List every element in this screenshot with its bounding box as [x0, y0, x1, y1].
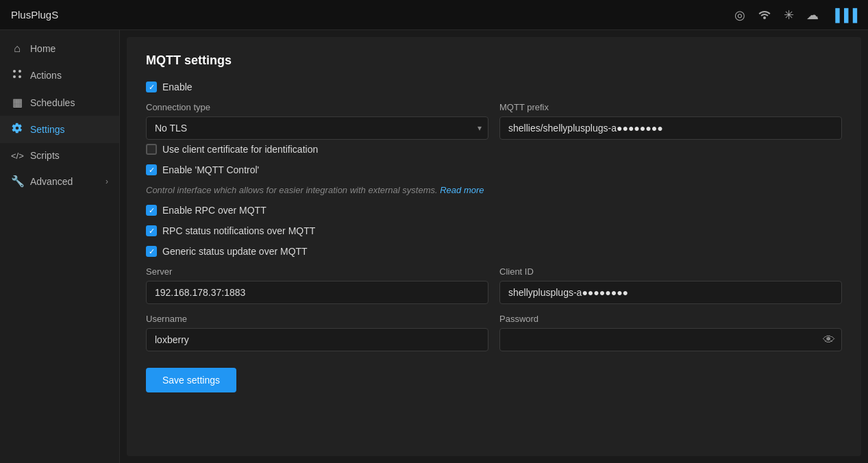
- mqtt-settings-panel: MQTT settings Enable Connection type No …: [127, 37, 861, 456]
- svg-point-2: [13, 75, 16, 78]
- settings-icon: [11, 123, 23, 136]
- mqtt-prefix-input[interactable]: [499, 116, 842, 140]
- enable-checkbox-wrapper[interactable]: Enable: [146, 82, 193, 92]
- mqtt-prefix-group: MQTT prefix: [499, 102, 842, 140]
- connection-type-select-wrapper: No TLS TLS TLS with client certificate ▾: [146, 116, 488, 140]
- actions-icon: [11, 68, 23, 82]
- advanced-icon: 🔧: [11, 175, 23, 188]
- username-group: Username: [146, 314, 488, 351]
- enable-rpc-row: Enable RPC over MQTT: [146, 205, 842, 216]
- sidebar-item-actions[interactable]: Actions: [0, 62, 119, 89]
- enable-label: Enable: [162, 82, 193, 92]
- content-area: MQTT settings Enable Connection type No …: [120, 30, 868, 463]
- username-label: Username: [146, 314, 488, 324]
- server-clientid-row: Server Client ID: [146, 266, 842, 304]
- enable-mqtt-control-label: Enable 'MQTT Control': [162, 164, 259, 175]
- show-password-icon[interactable]: 👁: [823, 333, 835, 347]
- rpc-status-label: RPC status notifications over MQTT: [162, 225, 315, 236]
- svg-point-1: [18, 70, 21, 73]
- enable-rpc-label: Enable RPC over MQTT: [162, 205, 266, 216]
- enable-checkbox[interactable]: [146, 82, 157, 92]
- sidebar-item-advanced[interactable]: 🔧 Advanced ›: [0, 168, 119, 195]
- server-label: Server: [146, 266, 488, 277]
- password-wrapper: 👁: [499, 328, 842, 351]
- cloud-icon: ☁: [806, 9, 819, 21]
- rpc-status-wrapper[interactable]: RPC status notifications over MQTT: [146, 225, 315, 236]
- enable-rpc-checkbox[interactable]: [146, 205, 157, 216]
- password-input[interactable]: [499, 328, 842, 351]
- username-password-row: Username Password 👁: [146, 314, 842, 351]
- schedules-icon: ▦: [11, 96, 23, 109]
- enable-mqtt-control-wrapper[interactable]: Enable 'MQTT Control': [146, 164, 259, 175]
- connection-type-label: Connection type: [146, 102, 488, 112]
- enable-rpc-wrapper[interactable]: Enable RPC over MQTT: [146, 205, 266, 216]
- generic-status-label: Generic status update over MQTT: [162, 246, 308, 257]
- connection-type-group: Connection type No TLS TLS TLS with clie…: [146, 102, 488, 140]
- bluetooth-icon: ✳: [784, 9, 794, 21]
- save-settings-button[interactable]: Save settings: [146, 368, 236, 392]
- password-group: Password 👁: [499, 314, 842, 351]
- app-title: PlusPlugS: [11, 9, 58, 21]
- sidebar-item-schedules[interactable]: ▦ Schedules: [0, 89, 119, 116]
- generic-status-row: Generic status update over MQTT: [146, 246, 842, 257]
- connection-prefix-row: Connection type No TLS TLS TLS with clie…: [146, 102, 842, 140]
- use-client-cert-label: Use client certificate for identificatio…: [162, 144, 318, 155]
- password-label: Password: [499, 314, 842, 324]
- radio-icon: ◎: [734, 9, 745, 21]
- client-id-group: Client ID: [499, 266, 842, 304]
- client-id-input[interactable]: [499, 281, 842, 304]
- wifi-icon: [758, 8, 771, 21]
- chevron-right-icon: ›: [106, 177, 108, 186]
- generic-status-wrapper[interactable]: Generic status update over MQTT: [146, 246, 308, 257]
- topbar: PlusPlugS ◎ ✳ ☁ ▐▐▐: [0, 0, 868, 30]
- main-layout: ⌂ Home Actions ▦ Schedules Settings </: [0, 30, 868, 463]
- rpc-status-checkbox[interactable]: [146, 225, 157, 236]
- use-client-cert-row: Use client certificate for identificatio…: [146, 144, 842, 155]
- generic-status-checkbox[interactable]: [146, 246, 157, 257]
- use-client-cert-wrapper[interactable]: Use client certificate for identificatio…: [146, 144, 318, 155]
- rpc-status-row: RPC status notifications over MQTT: [146, 225, 842, 236]
- connection-type-select[interactable]: No TLS TLS TLS with client certificate: [146, 116, 488, 140]
- enable-mqtt-control-checkbox[interactable]: [146, 164, 157, 175]
- home-icon: ⌂: [11, 42, 23, 55]
- client-id-label: Client ID: [499, 266, 842, 277]
- use-client-cert-checkbox[interactable]: [146, 144, 157, 155]
- sidebar-item-scripts[interactable]: </> Scripts: [0, 143, 119, 168]
- server-group: Server: [146, 266, 488, 304]
- sidebar: ⌂ Home Actions ▦ Schedules Settings </: [0, 30, 120, 463]
- status-icons: ◎ ✳ ☁ ▐▐▐: [734, 8, 857, 21]
- control-info-text: Control interface which allows for easie…: [146, 185, 842, 195]
- enable-mqtt-control-row: Enable 'MQTT Control': [146, 164, 842, 175]
- signal-icon: ▐▐▐: [831, 9, 857, 21]
- page-title: MQTT settings: [146, 53, 842, 68]
- username-input[interactable]: [146, 328, 488, 351]
- svg-point-0: [13, 70, 16, 73]
- enable-row: Enable: [146, 82, 842, 92]
- sidebar-item-home[interactable]: ⌂ Home: [0, 36, 119, 62]
- scripts-icon: </>: [11, 151, 23, 161]
- svg-point-3: [18, 75, 21, 78]
- read-more-link[interactable]: Read more: [440, 185, 484, 195]
- server-input[interactable]: [146, 281, 488, 304]
- mqtt-prefix-label: MQTT prefix: [499, 102, 842, 112]
- sidebar-item-settings[interactable]: Settings: [0, 116, 119, 143]
